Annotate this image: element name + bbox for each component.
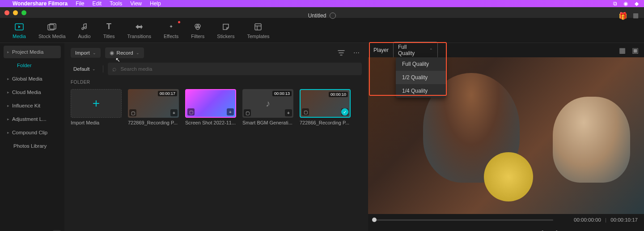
sidebar-item-influence-kit[interactable]: ▸ Influence Kit bbox=[4, 99, 61, 112]
transitions-icon bbox=[134, 22, 144, 32]
clip-type-icon: ▢ bbox=[302, 108, 309, 116]
ratio-icon[interactable]: ▭ bbox=[583, 229, 592, 231]
search-field[interactable]: ⌕ bbox=[108, 63, 362, 75]
menu-help[interactable]: Help bbox=[150, 0, 161, 7]
app-name[interactable]: Wondershare Filmora bbox=[13, 0, 68, 7]
macos-menubar: Wondershare Filmora File Edit Tools View… bbox=[0, 0, 644, 7]
stock-media-icon bbox=[47, 22, 57, 32]
clip-type-icon: ▢ bbox=[187, 108, 195, 116]
svg-rect-6 bbox=[255, 24, 261, 30]
clip-type-icon: ▢ bbox=[244, 109, 251, 116]
titles-icon: T bbox=[104, 22, 114, 32]
chevron-right-icon: ▸ bbox=[7, 77, 9, 81]
media-item[interactable]: 00:00:17 ▢ + 722869_Recording P... bbox=[128, 89, 179, 125]
window-minimize-icon[interactable] bbox=[13, 10, 18, 15]
audio-icon bbox=[80, 22, 89, 32]
sidebar-item-adjustment-layer[interactable]: ▸ Adjustment L... bbox=[4, 113, 61, 125]
menubar-devices-icon[interactable]: ⧉ bbox=[612, 0, 618, 7]
record-button[interactable]: ◉ Record ⌄ bbox=[105, 47, 144, 58]
chevron-right-icon: ▸ bbox=[7, 117, 9, 121]
templates-icon bbox=[253, 22, 263, 32]
menu-file[interactable]: File bbox=[76, 0, 84, 7]
chevron-down-icon: ⌄ bbox=[92, 67, 96, 71]
chevron-right-icon: ▸ bbox=[7, 103, 9, 108]
chevron-right-icon: ▸ bbox=[7, 90, 9, 94]
media-item[interactable]: 00:00:10 ▢ ▢ ✓ 722866_Recording P... bbox=[300, 89, 351, 125]
tab-filters[interactable]: Filters bbox=[191, 22, 204, 39]
window-close-icon[interactable] bbox=[4, 10, 9, 15]
sidebar-item-cloud-media[interactable]: ▸ Cloud Media bbox=[4, 86, 61, 98]
clip-type-icon: ▢ bbox=[129, 109, 136, 116]
tab-titles[interactable]: T Titles bbox=[103, 22, 115, 39]
add-to-timeline-icon[interactable]: + bbox=[170, 109, 178, 116]
add-to-timeline-icon[interactable]: + bbox=[285, 109, 292, 116]
import-button[interactable]: Import ⌄ bbox=[71, 48, 101, 58]
prev-frame-icon[interactable]: ◁ bbox=[374, 229, 383, 231]
filter-icon[interactable] bbox=[336, 47, 347, 58]
menu-edit[interactable]: Edit bbox=[92, 0, 102, 7]
play-pause-icon[interactable] bbox=[390, 229, 398, 231]
media-icon bbox=[14, 22, 24, 32]
tab-effects[interactable]: ✦ Effects bbox=[164, 22, 178, 39]
mark-out-icon[interactable]: } bbox=[553, 229, 562, 231]
fullscreen-icon[interactable] bbox=[629, 229, 638, 231]
sidebar-item-photos-library[interactable]: Photos Library bbox=[4, 140, 61, 152]
quality-option-full[interactable]: Full Quality bbox=[396, 57, 446, 71]
playhead-handle-icon[interactable] bbox=[372, 218, 377, 222]
window-zoom-icon[interactable] bbox=[21, 10, 26, 15]
tab-stickers[interactable]: Stickers bbox=[217, 22, 234, 39]
music-note-icon: ♪ bbox=[266, 98, 270, 109]
window-controls bbox=[0, 7, 644, 18]
sidebar-item-compound-clip[interactable]: ▸ Compound Clip bbox=[4, 126, 61, 139]
sort-button[interactable]: Default ⌄ bbox=[71, 64, 98, 74]
chevron-down-icon: ⌄ bbox=[136, 51, 140, 55]
chevron-down-icon: ⌄ bbox=[93, 51, 96, 55]
compare-view-icon[interactable]: ▦ bbox=[619, 46, 626, 55]
media-item[interactable]: ▢ + Screen Shot 2022-11... bbox=[185, 89, 236, 125]
preview-panel: Player Full Quality ⌃ Full Quality 1/2 Q… bbox=[368, 43, 644, 231]
chevron-up-icon: ⌃ bbox=[429, 48, 433, 52]
time-display: 00:00:00:00 | 00:00:10:17 bbox=[574, 217, 638, 222]
tab-audio[interactable]: Audio bbox=[78, 22, 91, 39]
chevron-right-icon: ▸ bbox=[7, 130, 9, 135]
effects-icon: ✦ bbox=[166, 22, 176, 32]
tab-templates[interactable]: Templates bbox=[247, 22, 269, 39]
search-icon: ⌕ bbox=[112, 65, 117, 73]
sidebar-sub-folder[interactable]: Folder bbox=[4, 59, 61, 72]
sidebar-item-project-media[interactable]: ▸ Project Media bbox=[4, 46, 61, 58]
quality-dropdown[interactable]: Full Quality ⌃ bbox=[393, 42, 438, 59]
record-dot-icon: ◉ bbox=[110, 50, 114, 56]
panel-toggle-icon[interactable]: ▦ bbox=[633, 12, 639, 20]
gift-icon[interactable]: 🎁 bbox=[619, 12, 627, 20]
menubar-account-icon[interactable]: ◉ bbox=[623, 0, 629, 7]
effects-badge-icon bbox=[178, 21, 180, 23]
playhead-slider[interactable] bbox=[374, 219, 553, 221]
menubar-notify-icon[interactable]: ◆ bbox=[633, 0, 640, 7]
quality-option-half[interactable]: 1/2 Quality bbox=[396, 71, 446, 84]
sidebar-item-global-media[interactable]: ▸ Global Media bbox=[4, 73, 61, 85]
snapshot-icon[interactable] bbox=[598, 229, 607, 231]
chevron-right-icon: ▸ bbox=[7, 50, 9, 54]
quality-menu: Full Quality 1/2 Quality 1/4 Quality bbox=[396, 57, 446, 98]
add-to-timeline-icon[interactable]: + bbox=[227, 108, 234, 116]
play-icon[interactable] bbox=[405, 229, 414, 231]
media-item[interactable]: ♪ 00:00:13 ▢ + Smart BGM Generati... bbox=[242, 89, 293, 125]
tab-transitions[interactable]: Transitions bbox=[127, 22, 151, 39]
quality-option-quarter[interactable]: 1/4 Quality bbox=[396, 84, 446, 98]
section-label: FOLDER bbox=[71, 80, 362, 85]
media-panel: Import ⌄ ◉ Record ⌄ ⋯ ↖ Default ⌄ ⌕ bbox=[64, 43, 368, 231]
tab-media[interactable]: Media bbox=[13, 22, 26, 39]
mute-icon[interactable] bbox=[614, 229, 623, 231]
snapshot-frame-icon[interactable]: ▣ bbox=[632, 46, 639, 55]
menu-view[interactable]: View bbox=[130, 0, 142, 7]
import-media-item[interactable]: + Import Media bbox=[71, 89, 122, 125]
volume-icon[interactable] bbox=[568, 229, 577, 231]
search-input[interactable] bbox=[120, 66, 357, 72]
mark-in-icon[interactable]: { bbox=[538, 229, 547, 231]
plus-icon: + bbox=[93, 96, 100, 111]
tab-stock-media[interactable]: Stock Media bbox=[38, 22, 66, 39]
menu-tools[interactable]: Tools bbox=[110, 0, 122, 7]
more-icon[interactable]: ⋯ bbox=[351, 47, 362, 58]
stop-icon[interactable] bbox=[420, 229, 429, 231]
filters-icon bbox=[193, 22, 203, 32]
